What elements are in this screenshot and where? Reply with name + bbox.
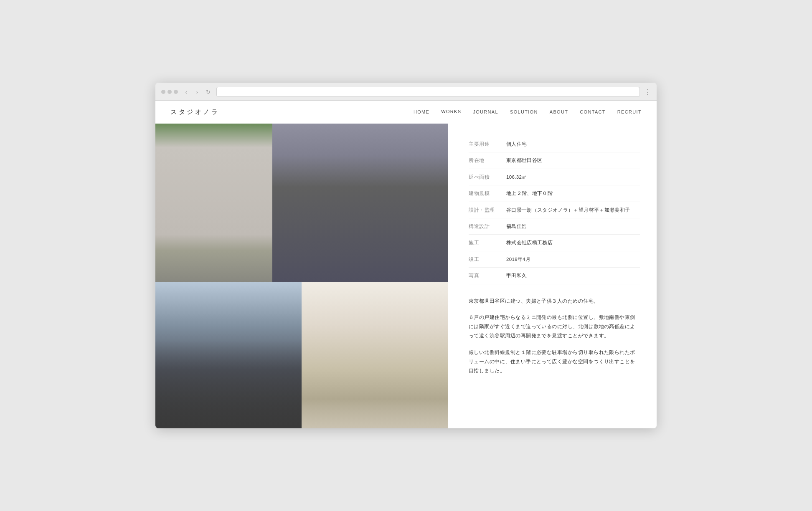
browser-menu-button[interactable]: ⋮ [644, 88, 651, 96]
browser-nav: ‹ › ↻ [182, 88, 212, 96]
spec-label: 写真 [469, 272, 506, 279]
forward-button[interactable]: › [193, 88, 201, 96]
image-bottom-left [155, 282, 302, 428]
spec-label: 設計・監理 [469, 206, 506, 214]
spec-row: 竣工2019年4月 [469, 251, 640, 268]
nav-item-contact[interactable]: CONTACT [580, 109, 606, 115]
spec-label: 建物規模 [469, 190, 506, 197]
site-content: スタジオノラ HOME WORKS JOURNAL SOLUTION ABOUT… [155, 101, 657, 428]
spec-value: 2019年4月 [506, 256, 640, 263]
spec-value: 甲田和久 [506, 272, 640, 279]
nav-item-solution[interactable]: SOLUTION [510, 109, 538, 115]
refresh-button[interactable]: ↻ [204, 88, 212, 96]
nav-item-journal[interactable]: JOURNAL [473, 109, 498, 115]
spec-label: 竣工 [469, 256, 506, 263]
nav-item-recruit[interactable]: RECRUIT [617, 109, 642, 115]
description-paragraph: ６戸の戸建住宅からなるミニ開発の最も北側に位置し、敷地南側や東側には隣家がすぐ近… [469, 313, 640, 341]
image-grid [155, 124, 448, 428]
main-content: 主要用途個人住宅所在地東京都世田谷区延べ面積106.32㎡建物規模地上２階、地下… [155, 124, 657, 428]
browser-chrome: ‹ › ↻ ⋮ [155, 83, 657, 101]
spec-label: 施工 [469, 239, 506, 246]
spec-value: 谷口景一朗（スタジオノラ）＋望月啓平＋加瀬美和子 [506, 206, 640, 214]
image-bottom-right [302, 282, 448, 428]
spec-row: 写真甲田和久 [469, 268, 640, 284]
spec-label: 延べ面積 [469, 173, 506, 181]
nav-item-works[interactable]: WORKS [441, 109, 461, 115]
spec-row: 構造設計福島佳浩 [469, 218, 640, 235]
spec-label: 主要用途 [469, 140, 506, 148]
spec-row: 延べ面積106.32㎡ [469, 169, 640, 185]
spec-value: 東京都世田谷区 [506, 157, 640, 164]
browser-dots [161, 90, 178, 94]
description-paragraph: 厳しい北側斜線規制と１階に必要な駐車場から切り取られた限られたボリュームの中に、… [469, 348, 640, 376]
browser-dot-3 [174, 90, 178, 94]
spec-value: 株式会社広橋工務店 [506, 239, 640, 246]
spec-value: 福島佳浩 [506, 223, 640, 230]
nav-links: HOME WORKS JOURNAL SOLUTION ABOUT CONTAC… [414, 109, 642, 115]
spec-value: 106.32㎡ [506, 173, 640, 181]
spec-row: 所在地東京都世田谷区 [469, 152, 640, 169]
description-paragraph: 東京都世田谷区に建つ、夫婦と子供３人のための住宅。 [469, 297, 640, 306]
spec-label: 構造設計 [469, 223, 506, 230]
spec-row: 建物規模地上２階、地下０階 [469, 185, 640, 202]
project-specs: 主要用途個人住宅所在地東京都世田谷区延べ面積106.32㎡建物規模地上２階、地下… [469, 136, 640, 284]
spec-row: 施工株式会社広橋工務店 [469, 235, 640, 251]
spec-value: 地上２階、地下０階 [506, 190, 640, 197]
browser-dot-2 [167, 90, 172, 94]
spec-row: 主要用途個人住宅 [469, 136, 640, 152]
spec-value: 個人住宅 [506, 140, 640, 148]
address-bar[interactable] [216, 87, 640, 97]
image-top [155, 124, 448, 282]
project-description: 東京都世田谷区に建つ、夫婦と子供３人のための住宅。６戸の戸建住宅からなるミニ開発… [469, 297, 640, 376]
image-top-scene [155, 124, 448, 282]
nav-item-home[interactable]: HOME [414, 109, 429, 115]
back-button[interactable]: ‹ [182, 88, 190, 96]
image-bottom-row [155, 282, 448, 428]
site-navigation: スタジオノラ HOME WORKS JOURNAL SOLUTION ABOUT… [155, 101, 657, 124]
browser-window: ‹ › ↻ ⋮ スタジオノラ HOME WORKS JOURNAL SOLUTI… [155, 83, 657, 428]
spec-label: 所在地 [469, 157, 506, 164]
site-logo: スタジオノラ [170, 108, 219, 116]
spec-row: 設計・監理谷口景一朗（スタジオノラ）＋望月啓平＋加瀬美和子 [469, 202, 640, 218]
info-panel: 主要用途個人住宅所在地東京都世田谷区延べ面積106.32㎡建物規模地上２階、地下… [448, 124, 657, 428]
browser-dot-1 [161, 90, 165, 94]
nav-item-about[interactable]: ABOUT [550, 109, 568, 115]
